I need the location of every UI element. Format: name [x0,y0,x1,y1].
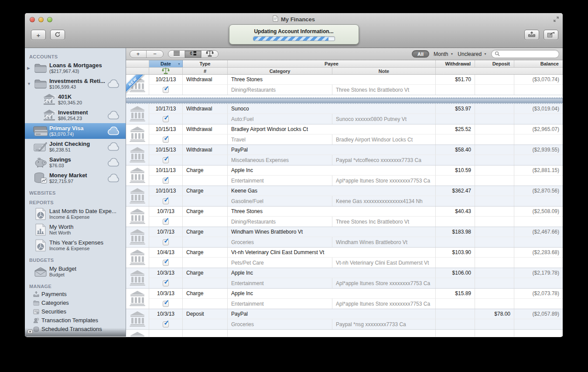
disclosure-triangle-icon[interactable]: ▼ [27,76,32,92]
disclosure-triangle-icon[interactable] [27,222,32,238]
cleared-checkbox[interactable] [163,239,169,245]
disclosure-triangle-icon[interactable] [27,299,32,307]
transaction-row[interactable]: NEW 10/11/13 Charge Apple Inc $10.59 ($2… [126,165,563,186]
sidebar-item-investments-reti[interactable]: ▼ Investments & Reti... $106,599.43 [25,76,126,92]
filter-all-button[interactable]: All [412,50,429,58]
transaction-list[interactable]: NEW 10/21/13 Withdrawal Three Stones $51… [126,75,563,337]
disclosure-triangle-icon[interactable] [27,139,32,155]
date-column-header[interactable]: Date▼ [149,60,183,67]
disclosure-triangle-icon[interactable] [27,92,32,107]
sidebar-item-scheduled-transactions[interactable]: Scheduled Transactions [25,325,126,334]
type-column-header[interactable]: Type [183,60,228,67]
panel-toggle-button[interactable] [27,327,33,335]
sidebar-item-label: Joint Checking [49,141,90,147]
titlebar[interactable]: My Finances [25,13,563,25]
cleared-checkbox[interactable] [163,137,169,143]
sidebar-item-loans-mortgages[interactable]: ▶ Loans & Mortgages ($217,967.43) [25,60,126,76]
txn-empty-cell [436,134,475,145]
sidebar-item-my-budget[interactable]: My Budget Budget [25,264,126,279]
cleared-checkbox[interactable] [163,280,169,286]
uncleared-filter-dropdown[interactable]: Uncleared▼ [458,51,487,57]
transaction-row[interactable]: NEW [126,330,563,337]
report-bar-icon [33,224,48,236]
bank-icon [129,311,146,328]
sidebar-item-my-worth[interactable]: My Worth Net Worth [25,222,126,238]
transaction-row[interactable]: NEW 10/3/13 Charge Apple Inc $15.89 ($2,… [126,289,563,309]
fullscreen-icon[interactable] [553,16,560,23]
sidebar-item-categories[interactable]: Categories [25,299,126,307]
reconcile-view-button[interactable] [202,51,218,58]
txn-date: 10/15/13 [149,124,183,134]
disclosure-triangle-icon[interactable] [27,264,32,279]
deposit-column-header[interactable]: Deposit [475,60,514,67]
disclosure-triangle-icon[interactable] [27,170,32,186]
add-account-button[interactable]: + [31,30,46,40]
sidebar-item-payments[interactable]: Payments [25,290,126,299]
remove-transaction-button[interactable]: − [147,51,163,58]
txn-category: Groceries [228,319,332,329]
disclosure-triangle-icon[interactable] [27,206,32,222]
sidebar-item-this-year-s-expenses[interactable]: This Year's Expenses Income & Expense [25,238,126,253]
disclosure-triangle-icon[interactable] [27,307,32,316]
disclosure-triangle-icon[interactable] [27,238,32,253]
category-column-header[interactable]: Category [228,68,332,74]
transaction-row[interactable]: NEW 10/21/13 Withdrawal Three Stones $51… [126,75,563,95]
sidebar-section-title: MANAGE [29,284,126,289]
disclosure-triangle-icon[interactable] [27,107,32,123]
sidebar-item-joint-checking[interactable]: Joint Checking $6,238.51 [25,139,126,155]
balance-column-header[interactable]: Balance [514,60,563,67]
detail-view-button[interactable]: ¢ [185,51,202,58]
transaction-row[interactable]: NEW 10/15/13 Withdrawal PayPal $58.40 ($… [126,145,563,165]
search-input[interactable] [502,51,556,57]
txn-type [183,330,228,337]
transaction-row[interactable]: NEW 10/3/13 Deposit PayPal $78.00 ($2,05… [126,309,563,330]
sidebar-item-transaction-templates[interactable]: Transaction Templates [25,316,126,325]
month-filter-dropdown[interactable]: Month▼ [434,51,453,57]
sidebar-item-securities[interactable]: Securities [25,307,126,316]
cleared-checkbox[interactable] [163,198,169,204]
view-mode-segment: ¢ [168,50,219,58]
txn-balance: ($2,508.09) [514,207,563,217]
cleared-checkbox[interactable] [163,116,169,122]
sidebar-item-money-market[interactable]: Money Market $22,715.97 [25,170,126,186]
import-button[interactable] [524,30,539,40]
transaction-row[interactable]: NEW 10/17/13 Withdrawal Sunoco $53.97 ($… [126,104,563,124]
statement-divider [126,97,563,104]
disclosure-triangle-icon[interactable] [27,123,32,139]
disclosure-triangle-icon[interactable]: ▶ [27,60,32,76]
txn-empty-cell [475,299,514,309]
sidebar-item-last-month-to-date-expe[interactable]: Last Month to Date Expe... Income & Expe… [25,206,126,222]
add-transaction-button[interactable]: + [130,51,147,58]
transaction-row[interactable]: NEW 10/7/13 Charge Windham Wines Brattle… [126,227,563,248]
sidebar-item-investment[interactable]: Investment $86,254.23 [25,107,126,123]
withdrawal-column-header[interactable]: Withdrawal [436,60,475,67]
payee-column-header[interactable]: Payee [228,60,436,67]
disclosure-triangle-icon[interactable] [27,316,32,325]
number-column-header[interactable]: # [183,68,228,74]
transaction-row[interactable]: NEW 10/15/13 Withdrawal Bradley Airport … [126,124,563,145]
refresh-button[interactable] [50,30,65,40]
transaction-row[interactable]: NEW 10/7/13 Charge Three Stones $40.43 (… [126,207,563,227]
cleared-checkbox[interactable] [163,157,169,163]
transaction-row[interactable]: NEW 10/4/13 Charge Vt-nh Veterinary Clin… [126,248,563,268]
cleared-checkbox[interactable] [163,321,169,327]
export-button[interactable] [544,30,558,40]
cleared-column-header[interactable] [149,68,183,74]
list-view-button[interactable] [168,51,185,58]
transaction-row[interactable]: NEW 10/10/13 Charge Keene Gas $362.47 ($… [126,186,563,207]
search-field[interactable] [491,50,559,58]
sidebar-item-label: Savings [49,156,71,163]
disclosure-triangle-icon[interactable] [27,290,32,299]
cleared-checkbox[interactable] [163,87,169,93]
sidebar-item-savings[interactable]: Savings $76.03 [25,155,126,170]
disclosure-triangle-icon[interactable] [27,155,32,170]
transaction-row[interactable]: NEW 10/3/13 Charge Apple Inc $106.00 ($2… [126,268,563,289]
sidebar-item-amount: Income & Expense [49,246,103,251]
sidebar-item-primary-visa[interactable]: Primary Visa ($3,070.74) [25,123,126,139]
sidebar-item-401k[interactable]: 401K $20,345.20 [25,92,126,107]
note-column-header[interactable]: Note [332,68,436,74]
cleared-checkbox[interactable] [163,219,169,225]
cleared-checkbox[interactable] [163,178,169,184]
cleared-checkbox[interactable] [163,260,169,266]
cleared-checkbox[interactable] [163,301,169,307]
